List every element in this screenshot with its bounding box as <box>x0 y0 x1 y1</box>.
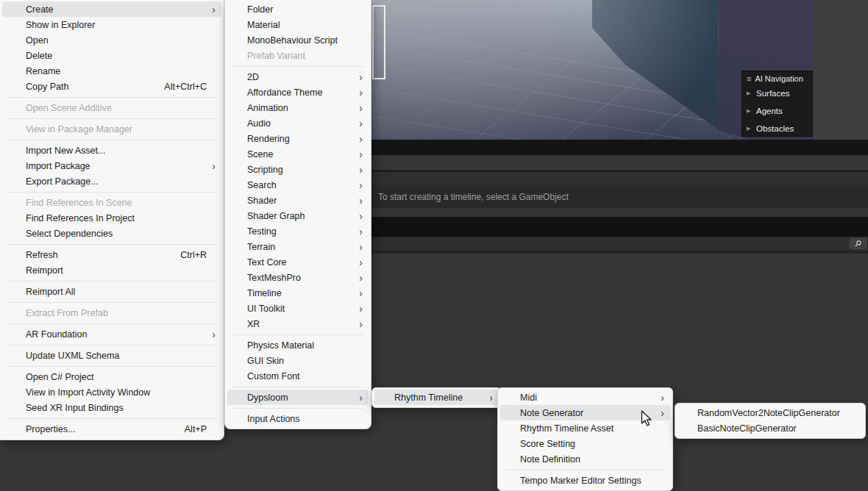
menu-item-tempo-marker-editor-settings[interactable]: Tempo Marker Editor Settings <box>500 473 670 488</box>
menu-item-ar-foundation[interactable]: AR Foundation› <box>2 326 221 342</box>
menu-item-terrain[interactable]: Terrain› <box>227 239 369 254</box>
menu-item-open-c-project[interactable]: Open C# Project <box>2 369 221 384</box>
menu-item-shader-graph[interactable]: Shader Graph› <box>227 208 369 223</box>
overlay-item-label: Agents <box>756 107 783 115</box>
menu-item-label: Tempo Marker Editor Settings <box>520 476 664 486</box>
menu-item-basicnoteclipgenerator[interactable]: BasicNoteClipGenerator <box>677 420 863 436</box>
submenu-arrow-icon: › <box>658 408 664 418</box>
menu-item-label: Rhythm Timeline <box>394 393 487 403</box>
submenu-arrow-icon: › <box>357 273 363 283</box>
menu-item-reimport-all[interactable]: Reimport All <box>2 284 221 299</box>
menu-item-extract-from-prefab[interactable]: Extract From Prefab <box>2 305 221 320</box>
menu-item-search[interactable]: Search› <box>227 177 369 193</box>
menu-item-show-in-explorer[interactable]: Show in Explorer <box>2 17 221 32</box>
menu-item-view-in-import-activity-window[interactable]: View in Import Activity Window <box>2 384 221 400</box>
menu-item-2d[interactable]: 2D› <box>227 69 369 85</box>
submenu-arrow-icon: › <box>357 304 363 314</box>
timeline-header-bar <box>371 172 868 185</box>
menu-item-import-package[interactable]: Import Package› <box>2 158 221 173</box>
menu-separator <box>232 66 363 67</box>
menu-item-rendering[interactable]: Rendering› <box>227 131 369 146</box>
menu-item-scripting[interactable]: Scripting› <box>227 162 369 177</box>
menu-item-gui-skin[interactable]: GUI Skin <box>227 353 369 368</box>
menu-item-input-actions[interactable]: Input Actions <box>227 411 369 426</box>
menu-item-label: Import New Asset... <box>26 146 216 156</box>
panel-divider-dark <box>371 140 868 155</box>
unity-editor-screen: { "app_context": "Unity Editor project c… <box>0 0 868 491</box>
menu-item-copy-path[interactable]: Copy PathAlt+Ctrl+C <box>2 79 221 94</box>
menu-item-label: Rename <box>26 66 216 76</box>
menu-item-reimport[interactable]: Reimport <box>2 262 221 278</box>
menu-item-properties[interactable]: Properties...Alt+P <box>2 421 221 437</box>
submenu-arrow-icon: › <box>210 4 216 15</box>
menu-item-xr[interactable]: XR› <box>227 316 369 331</box>
menu-item-shader[interactable]: Shader› <box>227 193 369 208</box>
panel-strip2 <box>371 251 868 254</box>
menu-item-open-scene-additive[interactable]: Open Scene Additive <box>2 100 221 115</box>
menu-item-label: Affordance Theme <box>247 87 357 98</box>
menu-item-physics-material[interactable]: Physics Material <box>227 337 369 353</box>
menu-item-label: Audio <box>247 118 357 129</box>
submenu-arrow-icon: › <box>357 118 363 129</box>
menu-item-textmeshpro[interactable]: TextMeshPro› <box>227 270 369 285</box>
menu-item-midi[interactable]: Midi› <box>500 390 670 405</box>
menu-item-score-setting[interactable]: Score Setting <box>500 436 670 451</box>
menu-item-delete[interactable]: Delete <box>2 48 221 63</box>
panel-strip <box>371 208 868 217</box>
menu-item-find-references-in-scene[interactable]: Find References In Scene <box>2 195 221 210</box>
ai-navigation-header[interactable]: ≡ AI Navigation <box>747 73 808 85</box>
menu-item-affordance-theme[interactable]: Affordance Theme› <box>227 85 369 100</box>
menu-item-label: View in Package Manager <box>26 124 216 135</box>
menu-item-rename[interactable]: Rename <box>2 63 221 79</box>
menu-item-label: Dypsloom <box>247 393 357 403</box>
menu-item-audio[interactable]: Audio› <box>227 115 369 131</box>
foldout-triangle-icon: ▶ <box>747 90 753 96</box>
timeline-message-bar: To start creating a timeline, select a G… <box>371 185 868 208</box>
menu-item-label: View in Import Activity Window <box>26 387 216 398</box>
menu-item-scene[interactable]: Scene› <box>227 146 369 162</box>
submenu-arrow-icon: › <box>658 393 664 403</box>
menu-item-seed-xr-input-bindings[interactable]: Seed XR Input Bindings <box>2 400 221 415</box>
menu-item-ui-toolkit[interactable]: UI Toolkit› <box>227 301 369 316</box>
submenu-arrow-icon: › <box>357 72 363 82</box>
menu-item-timeline[interactable]: Timeline› <box>227 285 369 301</box>
menu-item-label: Timeline <box>247 288 357 298</box>
timeline-toolbar <box>371 155 868 170</box>
menu-item-create[interactable]: Create› <box>2 1 221 17</box>
overlay-item-obstacles[interactable]: ▶Obstacles <box>747 120 808 137</box>
menu-item-label: MonoBehaviour Script <box>247 35 363 46</box>
menu-item-material[interactable]: Material <box>227 17 369 32</box>
menu-item-refresh[interactable]: RefreshCtrl+R <box>2 247 221 262</box>
menu-item-import-new-asset[interactable]: Import New Asset... <box>2 143 221 158</box>
menu-item-find-references-in-project[interactable]: Find References In Project <box>2 210 221 226</box>
menu-item-label: RandomVector2NoteClipGenerator <box>697 408 857 418</box>
menu-item-label: Reimport All <box>26 287 216 297</box>
menu-item-folder[interactable]: Folder <box>227 1 369 17</box>
menu-item-note-definition[interactable]: Note Definition <box>500 451 670 467</box>
menu-item-custom-font[interactable]: Custom Font <box>227 368 369 384</box>
submenu-arrow-icon: › <box>357 393 363 403</box>
menu-item-select-dependencies[interactable]: Select Dependencies <box>2 226 221 241</box>
menu-item-label: Reimport <box>26 265 216 276</box>
overlay-item-label: Obstacles <box>756 124 794 133</box>
menu-item-view-in-package-manager[interactable]: View in Package Manager <box>2 121 221 137</box>
menu-item-text-core[interactable]: Text Core› <box>227 254 369 270</box>
menu-item-randomvector2noteclipgenerator[interactable]: RandomVector2NoteClipGenerator <box>677 405 863 420</box>
overlay-item-surfaces[interactable]: ▶Surfaces <box>747 85 808 102</box>
search-button[interactable] <box>850 238 867 249</box>
menu-item-rhythm-timeline[interactable]: Rhythm Timeline› <box>374 390 499 405</box>
menu-separator <box>7 345 216 345</box>
menu-item-shortcut: Ctrl+R <box>180 250 207 260</box>
menu-item-dypsloom[interactable]: Dypsloom› <box>227 390 369 405</box>
menu-item-prefab-variant[interactable]: Prefab Variant <box>227 48 369 63</box>
menu-separator <box>7 366 216 367</box>
overlay-item-agents[interactable]: ▶Agents <box>747 102 808 120</box>
menu-item-label: BasicNoteClipGenerator <box>697 423 857 434</box>
menu-item-testing[interactable]: Testing› <box>227 223 369 239</box>
menu-item-shortcut: Alt+P <box>185 424 207 434</box>
menu-item-export-package[interactable]: Export Package... <box>2 173 221 189</box>
menu-item-monobehaviour-script[interactable]: MonoBehaviour Script <box>227 32 369 48</box>
menu-item-update-uxml-schema[interactable]: Update UXML Schema <box>2 348 221 363</box>
menu-item-animation[interactable]: Animation› <box>227 100 369 115</box>
menu-item-open[interactable]: Open <box>2 32 221 48</box>
